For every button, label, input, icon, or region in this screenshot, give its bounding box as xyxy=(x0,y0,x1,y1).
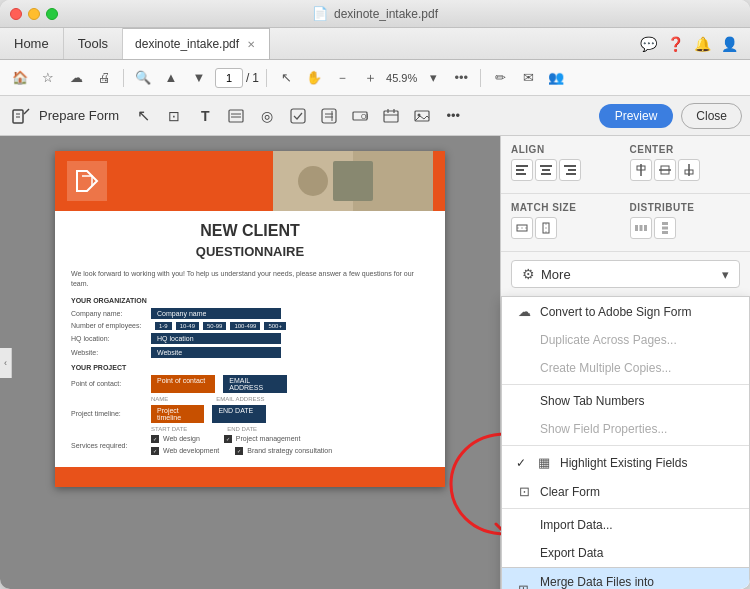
center-top-btn[interactable] xyxy=(630,159,652,181)
distribute-horizontal-btn[interactable] xyxy=(630,217,652,239)
service-4-checkbox[interactable]: ✓ xyxy=(235,447,243,455)
highlight-icon: ▦ xyxy=(536,455,552,470)
prepare-bar-right: Preview Close xyxy=(599,103,742,129)
pdf-footer xyxy=(55,467,445,487)
home-icon[interactable]: 🏠 xyxy=(8,66,32,90)
radio-50-99[interactable]: 50-99 xyxy=(203,322,226,330)
field-tool-1-icon[interactable]: ⊡ xyxy=(161,103,187,129)
bookmark-icon[interactable]: ☆ xyxy=(36,66,60,90)
speech-bubble-icon[interactable]: 💬 xyxy=(640,36,657,52)
tab-tools[interactable]: Tools xyxy=(64,28,123,59)
close-window-button[interactable] xyxy=(10,8,22,20)
date-tool-icon[interactable] xyxy=(378,103,404,129)
menu-item-highlight[interactable]: ▦ Highlight Existing Fields xyxy=(502,448,749,477)
users-icon[interactable]: 👥 xyxy=(544,66,568,90)
svg-rect-28 xyxy=(541,173,551,175)
page-total: 1 xyxy=(252,71,259,85)
poc-labels: NAME EMAIL ADDRESS xyxy=(151,396,429,402)
email-sublabel: EMAIL ADDRESS xyxy=(216,396,264,402)
checkbox-tool-icon[interactable] xyxy=(285,103,311,129)
website-field-box[interactable]: Website xyxy=(151,347,281,358)
file-icon: 📄 xyxy=(312,6,328,21)
pdf-viewer[interactable]: ‹ xyxy=(0,136,500,589)
collapse-left-panel[interactable]: ‹ xyxy=(0,348,12,378)
minimize-window-button[interactable] xyxy=(28,8,40,20)
align-center-btn[interactable] xyxy=(535,159,557,181)
radio-500plus[interactable]: 500+ xyxy=(264,322,286,330)
merge-icon: ⊞ xyxy=(516,582,532,590)
pdf-header xyxy=(55,151,445,211)
service-2: ✓ Web development ✓ Brand strategy consu… xyxy=(151,447,332,455)
tab-close-button[interactable]: ✕ xyxy=(245,37,257,52)
cloud-upload-icon[interactable]: ☁ xyxy=(64,66,88,90)
radio-10-49[interactable]: 10-49 xyxy=(176,322,199,330)
page-number-input[interactable] xyxy=(215,68,243,88)
radio-tool-icon[interactable]: ◎ xyxy=(254,103,280,129)
tab-home[interactable]: Home xyxy=(0,28,64,59)
more-tools-icon[interactable]: ••• xyxy=(449,66,473,90)
menu-item-convert[interactable]: ☁ Convert to Adobe Sign Form xyxy=(502,297,749,326)
company-field-box[interactable]: Company name xyxy=(151,308,281,319)
email-field-box[interactable]: EMAIL ADDRESS xyxy=(223,375,287,393)
align-left-btn[interactable] xyxy=(511,159,533,181)
center-icons xyxy=(630,159,741,181)
poc-label: Point of contact: xyxy=(71,380,151,387)
distribute-vertical-btn[interactable] xyxy=(654,217,676,239)
menu-item-show-tab[interactable]: Show Tab Numbers xyxy=(502,387,749,415)
pdf-title-line1: NEW CLIENT xyxy=(71,221,429,240)
radio-1-9[interactable]: 1-9 xyxy=(155,322,172,330)
share-icon[interactable]: ✉ xyxy=(516,66,540,90)
hand-icon[interactable]: ✋ xyxy=(302,66,326,90)
service-1-checkbox[interactable]: ✓ xyxy=(151,435,159,443)
center-bottom-btn[interactable] xyxy=(678,159,700,181)
menu-item-import[interactable]: Import Data... xyxy=(502,511,749,539)
radio-100-499[interactable]: 100-499 xyxy=(230,322,260,330)
prev-page-icon[interactable]: ▲ xyxy=(159,66,183,90)
menu-item-export[interactable]: Export Data xyxy=(502,539,749,567)
service-3-checkbox[interactable]: ✓ xyxy=(224,435,232,443)
preview-button[interactable]: Preview xyxy=(599,104,674,128)
more-fields-icon[interactable]: ••• xyxy=(440,103,466,129)
user-avatar[interactable]: 👤 xyxy=(721,36,738,52)
align-icons xyxy=(511,159,622,181)
maximize-window-button[interactable] xyxy=(46,8,58,20)
match-width-btn[interactable] xyxy=(511,217,533,239)
svg-rect-31 xyxy=(566,173,576,175)
prepare-form-bar: Prepare Form ↖ ⊡ T ◎ OK ••• Preview Clos… xyxy=(0,96,750,136)
distribute-icons xyxy=(630,217,741,239)
zoom-in-plus-icon[interactable]: ＋ xyxy=(358,66,382,90)
annotation-icon[interactable]: ✏ xyxy=(488,66,512,90)
more-button[interactable]: ⚙ More ▾ xyxy=(511,260,740,288)
zoom-in-icon[interactable]: 🔍 xyxy=(131,66,155,90)
menu-item-merge-label: Merge Data Files into Spreadsheet... xyxy=(540,575,735,589)
match-col: MATCH SIZE xyxy=(511,202,622,239)
hq-field-box[interactable]: HQ location xyxy=(151,333,281,344)
help-icon[interactable]: ❓ xyxy=(667,36,684,52)
center-middle-btn[interactable] xyxy=(654,159,676,181)
poc-field-box[interactable]: Point of contact xyxy=(151,375,215,393)
end-date-field-box[interactable]: END DATE xyxy=(212,405,265,423)
zoom-out-icon[interactable]: － xyxy=(330,66,354,90)
next-page-icon[interactable]: ▼ xyxy=(187,66,211,90)
service-2-checkbox[interactable]: ✓ xyxy=(151,447,159,455)
print-icon[interactable]: 🖨 xyxy=(92,66,116,90)
list-tool-icon[interactable] xyxy=(316,103,342,129)
multiline-tool-icon[interactable] xyxy=(223,103,249,129)
align-right-btn[interactable] xyxy=(559,159,581,181)
dropdown-tool-icon[interactable]: OK xyxy=(347,103,373,129)
menu-item-clear-form[interactable]: ⊡ Clear Form xyxy=(502,477,749,506)
close-form-button[interactable]: Close xyxy=(681,103,742,129)
services-list: ✓ Web design ✓ Project management ✓ Web … xyxy=(151,435,332,457)
zoom-dropdown-icon[interactable]: ▾ xyxy=(421,66,445,90)
tab-file[interactable]: dexinote_intake.pdf ✕ xyxy=(123,28,270,59)
text-tool-icon[interactable]: T xyxy=(192,103,218,129)
match-height-btn[interactable] xyxy=(535,217,557,239)
poc-fields: Point of contact EMAIL ADDRESS xyxy=(151,375,287,393)
notification-icon[interactable]: 🔔 xyxy=(694,36,711,52)
image-tool-icon[interactable] xyxy=(409,103,435,129)
cursor-icon[interactable]: ↖ xyxy=(274,66,298,90)
menu-item-merge[interactable]: ⊞ Merge Data Files into Spreadsheet... xyxy=(502,567,749,589)
select-tool-icon[interactable]: ↖ xyxy=(130,103,156,129)
timeline-field-box[interactable]: Project timeline xyxy=(151,405,204,423)
services-label: Services required: xyxy=(71,442,151,449)
